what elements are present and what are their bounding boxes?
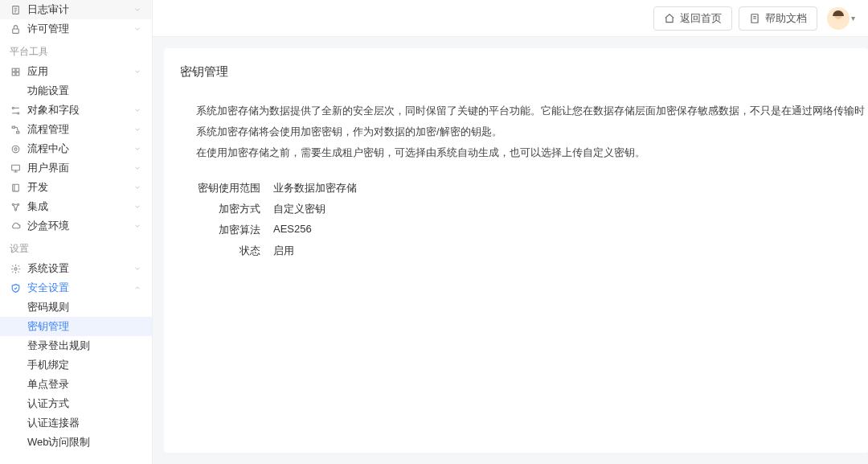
description: 系统加密存储为数据提供了全新的安全层次，同时保留了关键的平台功能。它能让您在数据… (180, 101, 868, 163)
field-label: 状态 (196, 244, 260, 258)
chevron-down-icon (133, 24, 142, 34)
sidebar-item-user-interface[interactable]: 用户界面 (0, 158, 152, 178)
field-value: 业务数据加密存储 (273, 181, 357, 195)
chevron-down-icon (133, 264, 142, 273)
sidebar-item-label: 沙盒环境 (27, 219, 133, 233)
svg-rect-4 (12, 28, 18, 32)
chevron-down-icon (133, 105, 142, 115)
caret-down-icon: ▾ (851, 14, 855, 23)
field-value: 自定义密钥 (273, 202, 326, 216)
card: 密钥管理 系统加密存储为数据提供了全新的安全层次，同时保留了关键的平台功能。它能… (164, 48, 868, 453)
chevron-down-icon (133, 202, 142, 211)
sidebar-item-label: 日志审计 (27, 2, 133, 17)
field-row-encryption-mode: 加密方式 自定义密钥 (180, 199, 868, 220)
svg-point-22 (12, 203, 14, 205)
sidebar-item-log-audit[interactable]: 日志审计 (0, 0, 152, 19)
description-line: 在使用加密存储之前，需要生成租户密钥，可选择由系统自动生成，也可以选择上传自定义… (196, 142, 868, 163)
svg-point-10 (17, 112, 18, 113)
lock-icon (10, 23, 21, 35)
chevron-down-icon (133, 125, 142, 134)
field-value: AES256 (273, 223, 312, 237)
sidebar-item-system-settings[interactable]: 系统设置 (0, 259, 152, 278)
sidebar-item-label: 应用 (27, 64, 133, 79)
sidebar-item-flow-mgmt[interactable]: 流程管理 (0, 120, 152, 139)
sidebar-subitem-login-logout-rules[interactable]: 登录登出规则 (0, 336, 152, 355)
sidebar-item-label: 安全设置 (27, 281, 133, 295)
sidebar-item-label: 密码规则 (27, 300, 69, 314)
field-row-algorithm: 加密算法 AES256 (180, 220, 868, 240)
sidebar-subitem-phone-binding[interactable]: 手机绑定 (0, 355, 152, 375)
svg-point-15 (12, 146, 19, 153)
field-row-status: 状态 启用 (180, 240, 868, 261)
content: 密钥管理 系统加密存储为数据提供了全新的安全层次，同时保留了关键的平台功能。它能… (153, 37, 868, 464)
sidebar-item-develop[interactable]: 开发 (0, 178, 152, 197)
chevron-up-icon (133, 283, 142, 293)
sidebar-item-label: 登录登出规则 (27, 339, 90, 353)
field-icon (10, 105, 21, 116)
sidebar-item-label: 手机绑定 (27, 358, 69, 372)
svg-rect-6 (16, 68, 19, 72)
sidebar-item-license-mgmt[interactable]: 许可管理 (0, 19, 152, 39)
sidebar-item-apps[interactable]: 应用 (0, 62, 152, 81)
field-value: 启用 (273, 244, 294, 258)
button-label: 帮助文档 (765, 11, 807, 26)
user-menu[interactable]: ▾ (824, 4, 858, 33)
sidebar-subitem-web-access-limit[interactable]: Web访问限制 (0, 433, 152, 452)
svg-rect-14 (16, 131, 18, 133)
field-row-scope: 密钥使用范围 业务数据加密存储 (180, 178, 868, 199)
sidebar-subitem-password-rules[interactable]: 密码规则 (0, 298, 152, 317)
nodes-icon (10, 201, 21, 212)
sidebar-item-security-settings[interactable]: 安全设置 (0, 278, 152, 298)
cloud-icon (10, 220, 21, 232)
svg-point-9 (12, 107, 14, 109)
chevron-down-icon (133, 221, 142, 231)
sidebar-item-label: 密钥管理 (27, 319, 69, 334)
field-label: 加密方式 (196, 202, 260, 216)
sidebar-item-label: 单点登录 (27, 377, 69, 392)
book-icon (10, 182, 21, 193)
home-icon (664, 13, 675, 24)
sidebar-item-objects-fields[interactable]: 对象和字段 (0, 101, 152, 120)
monitor-icon (10, 162, 21, 174)
sidebar-item-label: 系统设置 (27, 261, 133, 276)
sidebar-item-label: 对象和字段 (27, 103, 133, 117)
sidebar-subitem-key-mgmt[interactable]: 密钥管理 (0, 317, 152, 336)
svg-rect-17 (11, 165, 19, 170)
chevron-down-icon (133, 144, 142, 154)
svg-point-24 (14, 208, 16, 210)
description-line: 系统加密存储将会使用加密密钥，作为对数据的加密/解密的钥匙。 (196, 121, 868, 142)
sidebar-item-label: 功能设置 (27, 84, 69, 98)
sidebar: 日志审计 许可管理 平台工具 应用 功能设置 对象和字段 (0, 0, 153, 464)
grid-icon (10, 66, 21, 77)
back-home-button[interactable]: 返回首页 (653, 6, 732, 31)
sidebar-item-integration[interactable]: 集成 (0, 197, 152, 216)
svg-rect-5 (12, 68, 15, 72)
target-icon (10, 143, 21, 154)
header: 返回首页 帮助文档 ▾ (153, 0, 868, 37)
description-line: 系统加密存储为数据提供了全新的安全层次，同时保留了关键的平台功能。它能让您在数据… (196, 101, 868, 121)
sidebar-item-label: 流程中心 (27, 142, 133, 156)
sidebar-subitem-auth-method[interactable]: 认证方式 (0, 394, 152, 413)
sidebar-item-label: 开发 (27, 180, 133, 195)
svg-rect-20 (12, 184, 18, 191)
notepad-icon (10, 4, 21, 15)
chevron-down-icon (133, 183, 142, 192)
sidebar-subitem-feature-settings[interactable]: 功能设置 (0, 81, 152, 101)
sidebar-item-label: Web访问限制 (27, 435, 91, 450)
sidebar-subitem-auth-connector[interactable]: 认证连接器 (0, 413, 152, 433)
field-label: 加密算法 (196, 223, 260, 237)
sidebar-item-flow-center[interactable]: 流程中心 (0, 139, 152, 158)
sidebar-item-label: 许可管理 (27, 22, 133, 36)
sidebar-item-label: 用户界面 (27, 161, 133, 175)
svg-point-23 (17, 203, 18, 205)
avatar (827, 7, 850, 30)
help-docs-button[interactable]: 帮助文档 (739, 6, 817, 31)
sidebar-item-sandbox[interactable]: 沙盒环境 (0, 216, 152, 236)
shield-icon (10, 282, 21, 294)
sidebar-group-settings: 设置 (0, 236, 152, 259)
svg-point-16 (14, 147, 16, 150)
svg-point-25 (14, 267, 16, 269)
chevron-down-icon (133, 5, 142, 14)
sidebar-subitem-sso[interactable]: 单点登录 (0, 375, 152, 394)
page-title: 密钥管理 (180, 64, 868, 80)
